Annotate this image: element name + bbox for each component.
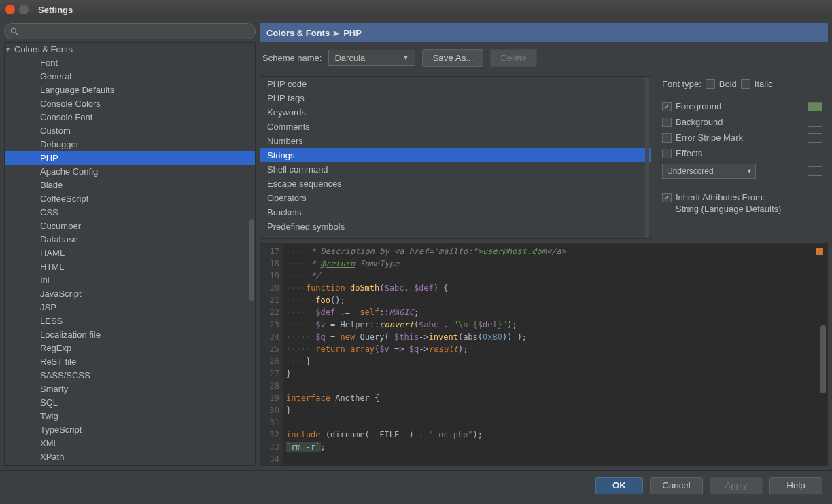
italic-checkbox[interactable] [741, 79, 750, 89]
scheme-value: Darcula [334, 53, 365, 63]
tree-item[interactable]: Database [5, 233, 255, 247]
effects-swatch[interactable] [808, 166, 822, 176]
tree-item[interactable]: Console Font [5, 111, 255, 124]
tree-item[interactable]: RegExp [5, 342, 255, 355]
line-number: 19 [260, 270, 279, 282]
tree-item[interactable]: General [5, 70, 255, 84]
chevron-down-icon: ▼ [746, 168, 752, 175]
minimize-icon[interactable] [19, 5, 29, 14]
close-icon[interactable] [5, 5, 15, 14]
tree-item[interactable]: Localization file [5, 328, 255, 342]
error-stripe-marker[interactable] [816, 248, 823, 255]
attribute-item[interactable]: Escape sequences [260, 177, 651, 191]
tree-item[interactable]: Blade [5, 179, 255, 192]
background-label: Background [676, 117, 723, 127]
line-number: 20 [260, 282, 279, 294]
attribute-item[interactable]: Brackets [260, 205, 651, 219]
search-wrap [4, 23, 256, 39]
tree-item[interactable]: HTML [5, 260, 255, 274]
line-number: 17 [260, 245, 279, 257]
tree-item[interactable]: Twig [5, 410, 255, 423]
attribute-item[interactable]: Predefined symbols [260, 219, 651, 234]
tree-item[interactable]: SASS/SCSS [5, 369, 255, 382]
search-input[interactable] [4, 23, 256, 39]
help-button[interactable]: Help [769, 477, 822, 494]
attribute-item[interactable]: PHP tags [260, 91, 651, 105]
error-stripe-swatch[interactable] [808, 133, 822, 143]
inherit-from[interactable]: String (Language Defaults) [676, 204, 822, 214]
right-pane: Colors & Fonts ▶ PHP Scheme name: Darcul… [260, 23, 828, 466]
inherit-checkbox[interactable] [662, 193, 672, 202]
attribute-item[interactable]: Unknown character [260, 234, 651, 239]
attribute-item[interactable]: Keywords [260, 105, 651, 120]
attribute-item[interactable]: Comments [260, 120, 651, 134]
tree-item[interactable]: Cucumber [5, 219, 255, 233]
tree-item[interactable]: Ini [5, 274, 255, 287]
scheme-select[interactable]: Darcula ▼ [328, 50, 415, 66]
titlebar: Settings [0, 0, 832, 19]
breadcrumb-root[interactable]: Colors & Fonts [266, 28, 330, 38]
tree-item[interactable]: ReST file [5, 355, 255, 369]
scheme-label: Scheme name: [262, 53, 322, 63]
tree-item[interactable]: Smarty [5, 382, 255, 396]
tree-item[interactable]: HAML [5, 247, 255, 260]
delete-button: Delete [490, 49, 537, 67]
sidebar: Colors & Fonts FontGeneralLanguage Defau… [4, 23, 256, 466]
error-stripe-checkbox[interactable] [662, 133, 672, 143]
tree-item[interactable]: Font [5, 56, 255, 70]
effects-value: Underscored [667, 166, 714, 176]
settings-tree[interactable]: Colors & Fonts FontGeneralLanguage Defau… [4, 42, 256, 466]
ok-button[interactable]: OK [595, 477, 643, 494]
tree-item[interactable]: TypeScript [5, 423, 255, 437]
save-as-button[interactable]: Save As... [422, 49, 483, 67]
attribute-list[interactable]: PHP codePHP tagsKeywordsCommentsNumbersS… [260, 76, 651, 239]
background-row: Background [662, 115, 822, 128]
tree-item[interactable]: PHP [5, 151, 255, 165]
tree-item[interactable]: XML [5, 437, 255, 450]
apply-button: Apply [710, 477, 763, 494]
svg-point-0 [11, 28, 16, 33]
foreground-checkbox[interactable] [662, 102, 672, 111]
detail-row: PHP codePHP tagsKeywordsCommentsNumbersS… [260, 76, 828, 239]
tree-item[interactable]: XPath [5, 450, 255, 464]
background-swatch[interactable] [808, 118, 822, 127]
line-number: 31 [260, 416, 279, 429]
effects-checkbox[interactable] [662, 149, 672, 158]
attribute-item[interactable]: Strings [260, 148, 651, 162]
tree-item[interactable]: JSP [5, 301, 255, 314]
foreground-swatch[interactable] [808, 102, 822, 111]
effects-select[interactable]: Underscored ▼ [662, 164, 756, 179]
cancel-button[interactable]: Cancel [650, 477, 703, 494]
tree-item[interactable]: CoffeeScript [5, 192, 255, 206]
gutter: 171819202122232425262728293031323334 [260, 244, 283, 465]
tree-item[interactable]: Language Defaults [5, 84, 255, 97]
tree-item[interactable]: SQL [5, 396, 255, 410]
tree-item[interactable]: Apache Config [5, 165, 255, 179]
code-preview[interactable]: 171819202122232425262728293031323334 ···… [260, 243, 828, 466]
line-number: 23 [260, 319, 279, 331]
tree-item[interactable]: CSS [5, 206, 255, 219]
attribute-item[interactable]: PHP code [260, 77, 651, 91]
tree-item[interactable]: Custom [5, 124, 255, 138]
tree-item[interactable]: Console Colors [5, 97, 255, 111]
effects-select-row: Underscored ▼ [662, 162, 822, 180]
italic-label: Italic [755, 79, 773, 89]
attribute-item[interactable]: Numbers [260, 134, 651, 148]
tree-item[interactable]: LESS [5, 314, 255, 328]
attribute-item[interactable]: Shell command [260, 162, 651, 177]
tree-root[interactable]: Colors & Fonts [5, 43, 255, 56]
scrollbar-thumb[interactable] [820, 325, 826, 393]
bold-checkbox[interactable] [706, 79, 715, 89]
scrollbar-track[interactable] [645, 77, 649, 238]
window-controls [5, 5, 29, 14]
scrollbar-thumb[interactable] [249, 219, 254, 301]
line-number: 26 [260, 355, 279, 367]
attribute-item[interactable]: Operators [260, 191, 651, 205]
tree-item[interactable]: JavaScript [5, 287, 255, 301]
background-checkbox[interactable] [662, 118, 672, 127]
error-stripe-row: Error Stripe Mark [662, 131, 822, 144]
scheme-row: Scheme name: Darcula ▼ Save As... Delete [260, 46, 828, 72]
line-number: 34 [260, 453, 279, 465]
tree-item[interactable]: Debugger [5, 138, 255, 151]
tree-item[interactable]: YAML [5, 464, 255, 466]
